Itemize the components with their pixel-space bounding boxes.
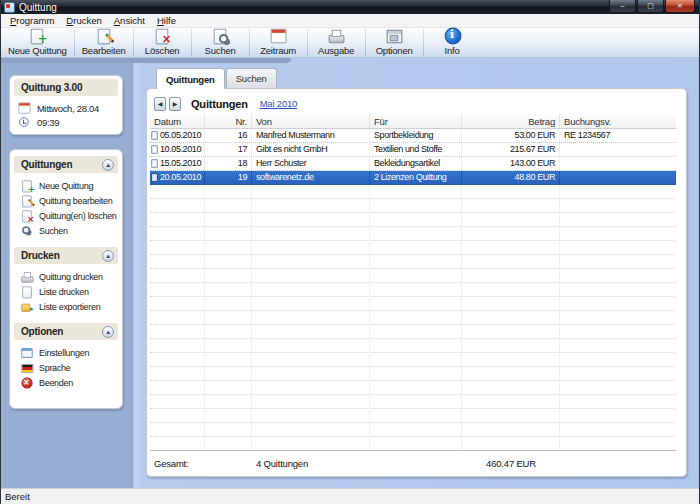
toolbar-button[interactable]: Suchen (192, 28, 249, 57)
sidebar-item-label: Quittung drucken (39, 272, 103, 282)
cell-datum: 05.05.2010 (160, 129, 201, 142)
tab-label: Quittungen (166, 74, 215, 85)
printer-icon (21, 270, 34, 283)
sidebar-item-label: Quittung bearbeiten (39, 196, 112, 206)
table-row[interactable]: 15.05.2010 18 Herr Schuster Bekleidungsa… (150, 157, 676, 171)
cell-fuer: Textilien und Stoffe (370, 143, 462, 156)
cell-buchungsv (560, 143, 676, 156)
sidebar-group-title: Optionen (21, 326, 63, 337)
window-title: Quittung (19, 2, 57, 13)
empty-row (150, 255, 676, 269)
prev-month-button[interactable]: ◀ (154, 97, 166, 111)
sidebar-item-label: Quittung(en) löschen (39, 211, 117, 221)
app-version-label: Quittung 3.00 (21, 82, 82, 93)
menu-bar: Programm Drucken Ansicht Hilfe (1, 14, 699, 28)
clock-icon (18, 116, 31, 129)
menu-item[interactable]: Drucken (60, 14, 107, 28)
receipt-doc-icon (151, 173, 158, 182)
toolbar-button[interactable]: Optionen (366, 28, 423, 57)
cell-datum: 15.05.2010 (160, 157, 201, 170)
settings-icon (21, 346, 34, 359)
collapse-icon[interactable]: ▲ (102, 326, 114, 338)
sidebar-group-title: Quittungen (21, 159, 72, 170)
options-icon (386, 28, 403, 45)
column-header-datum[interactable]: Datum (150, 114, 205, 128)
empty-row (150, 227, 676, 241)
empty-row (150, 409, 676, 423)
cell-nr: 18 (205, 157, 252, 170)
title-bar: Quittung – ▢ ✕ (1, 0, 699, 14)
cell-datum: 10.05.2010 (160, 143, 201, 156)
sidebar-item-label: Beenden (39, 378, 73, 388)
empty-row (150, 381, 676, 395)
cell-buchungsv (560, 171, 676, 184)
info-panel-header: Quittung 3.00 (14, 79, 118, 96)
toolbar-button[interactable]: Bearbeiten (75, 28, 133, 57)
tab[interactable]: Suchen (226, 68, 277, 88)
sidebar: Quittung 3.00 Mittwoch, 28.04 09:39 (9, 58, 123, 488)
window-controls: – ▢ ✕ (608, 0, 695, 13)
doc-icon (21, 285, 34, 298)
column-header-buchungsv[interactable]: Buchungsv. (560, 114, 676, 128)
menu-item[interactable]: Ansicht (108, 14, 151, 28)
list-title: Quittungen (191, 98, 248, 110)
table-row[interactable]: 20.05.2010 19 softwarenetz.de 2 Lizenzen… (150, 171, 676, 185)
menu-item[interactable]: Hilfe (151, 14, 182, 28)
column-header-von[interactable]: Von (252, 114, 370, 128)
toolbar-button[interactable]: Neue Quittung (1, 28, 74, 57)
sidebar-info-panel: Quittung 3.00 Mittwoch, 28.04 09:39 (9, 75, 123, 135)
printer-icon (328, 28, 345, 45)
close-button[interactable]: ✕ (665, 0, 695, 13)
table-row[interactable]: 10.05.2010 17 Gibt es nicht GmbH Textili… (150, 143, 676, 157)
sidebar-item[interactable]: Quittung drucken (10, 269, 122, 284)
next-month-button[interactable]: ▶ (169, 97, 181, 111)
maximize-button[interactable]: ▢ (637, 0, 664, 13)
flag-de-icon (21, 361, 34, 374)
toolbar-button-label: Neue Quittung (8, 45, 67, 56)
main-area: Quittungen Suchen ◀ ▶ Quittungen Mai 201… (146, 58, 687, 488)
toolbar-button[interactable]: Zeitraum (250, 28, 307, 57)
collapse-icon[interactable]: ▲ (102, 159, 114, 171)
total-amount: 460.47 EUR (462, 458, 560, 469)
column-header-betrag[interactable]: Betrag (462, 114, 560, 128)
sidebar-item[interactable]: Liste exportieren (10, 299, 122, 314)
calendar-icon (18, 102, 31, 115)
cell-betrag: 215.67 EUR (462, 143, 560, 156)
sidebar-group-header: Optionen ▲ (14, 323, 118, 340)
doc-edit-icon (21, 194, 34, 207)
collapse-icon[interactable]: ▲ (102, 250, 114, 262)
toolbar-button-label: Löschen (145, 45, 180, 56)
sidebar-item[interactable]: Neue Quittung (10, 178, 122, 193)
toolbar-button[interactable]: Ausgabe (308, 28, 365, 57)
sidebar-item[interactable]: Beenden (10, 375, 122, 390)
toolbar: Neue Quittung Bearbeiten Löschen Suchen (1, 28, 699, 58)
empty-row (150, 269, 676, 283)
toolbar-button[interactable]: Löschen (134, 28, 191, 57)
receipt-doc-icon (151, 131, 158, 140)
empty-row (150, 353, 676, 367)
sidebar-item[interactable]: Quittung(en) löschen (10, 208, 122, 223)
doc-plus-icon (29, 28, 46, 45)
column-header-fuer[interactable]: Für (370, 114, 462, 128)
toolbar-button-label: Info (445, 45, 460, 56)
period-link[interactable]: Mai 2010 (260, 98, 297, 109)
sidebar-item-label: Liste drucken (39, 287, 89, 297)
minimize-button[interactable]: – (609, 0, 636, 13)
sidebar-item[interactable]: Liste drucken (10, 284, 122, 299)
sidebar-item[interactable]: Einstellungen (10, 345, 122, 360)
time-row: 09:39 (16, 115, 116, 129)
menu-item[interactable]: Programm (4, 14, 60, 28)
sidebar-item-label: Liste exportieren (39, 302, 100, 312)
sidebar-item[interactable]: Quittung bearbeiten (10, 193, 122, 208)
tab[interactable]: Quittungen (156, 68, 225, 89)
status-text: Bereit (5, 491, 30, 502)
toolbar-button[interactable]: Info (424, 28, 481, 57)
app-icon (4, 2, 15, 13)
sidebar-group-header: Drucken ▲ (14, 247, 118, 264)
column-header-nr[interactable]: Nr. (205, 114, 252, 128)
cell-buchungsv: RE 1234567 (560, 129, 676, 142)
sidebar-item[interactable]: Suchen (10, 223, 122, 238)
cell-betrag: 143.00 EUR (462, 157, 560, 170)
table-row[interactable]: 05.05.2010 16 Manfred Mustermann Sportbe… (150, 129, 676, 143)
sidebar-item[interactable]: Sprache (10, 360, 122, 375)
